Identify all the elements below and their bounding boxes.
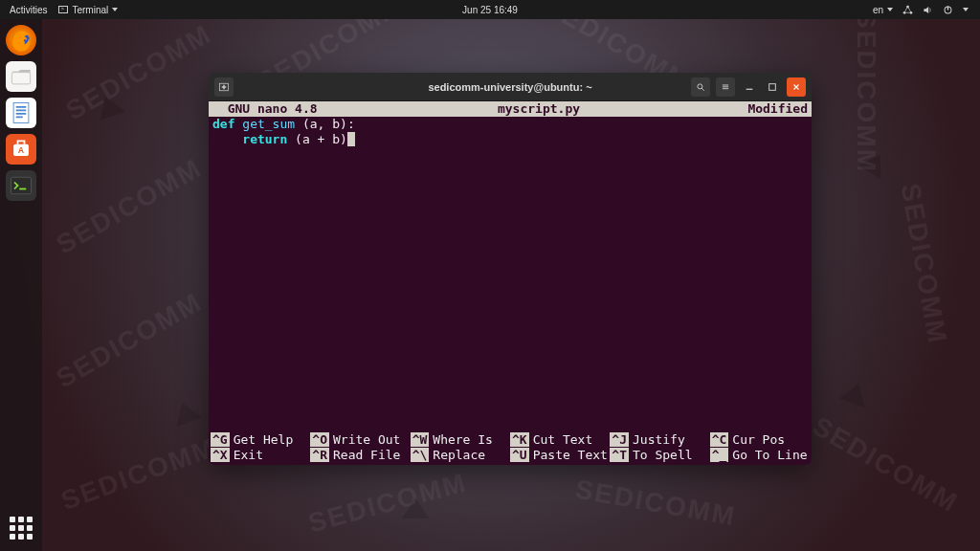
power-icon[interactable] bbox=[943, 5, 953, 15]
chevron-down-icon bbox=[887, 8, 893, 11]
lang-label: en bbox=[873, 5, 883, 15]
nano-filename: myscript.py bbox=[366, 101, 712, 117]
svg-rect-15 bbox=[11, 177, 32, 194]
window-titlebar[interactable]: sedicomm-university@ubuntu: ~ bbox=[209, 73, 812, 101]
svg-text:A: A bbox=[18, 145, 25, 155]
chevron-down-icon bbox=[963, 8, 969, 11]
svg-rect-21 bbox=[723, 84, 728, 85]
input-source-indicator[interactable]: en bbox=[873, 5, 893, 15]
volume-icon[interactable] bbox=[923, 5, 933, 15]
nano-text-area[interactable]: def get_sum (a, b): return (a + b) bbox=[209, 117, 812, 432]
firefox-launcher[interactable] bbox=[6, 25, 36, 55]
terminal-icon bbox=[58, 6, 68, 13]
search-button[interactable] bbox=[691, 77, 710, 97]
svg-rect-11 bbox=[16, 113, 27, 115]
software-launcher[interactable]: A bbox=[6, 134, 36, 165]
files-launcher[interactable] bbox=[6, 61, 36, 92]
network-icon[interactable] bbox=[902, 5, 913, 15]
nano-header: GNU nano 4.8 myscript.py Modified bbox=[209, 101, 812, 117]
svg-rect-7 bbox=[11, 73, 30, 84]
svg-rect-23 bbox=[723, 88, 728, 89]
svg-rect-12 bbox=[16, 117, 23, 119]
svg-rect-9 bbox=[16, 106, 27, 108]
terminal-launcher[interactable] bbox=[6, 170, 36, 201]
clock[interactable]: Jun 25 16:49 bbox=[462, 5, 518, 15]
svg-rect-24 bbox=[746, 88, 753, 89]
terminal-window: sedicomm-university@ubuntu: ~ GNU nano 4… bbox=[209, 73, 812, 465]
nano-shortcut-bar: ^GGet Help ^OWrite Out ^WWhere Is ^KCut … bbox=[209, 432, 812, 465]
nano-status: Modified bbox=[712, 101, 808, 117]
svg-point-20 bbox=[698, 83, 702, 88]
terminal-app-menu[interactable]: Terminal bbox=[58, 5, 118, 15]
new-tab-button[interactable] bbox=[214, 77, 234, 97]
window-title: sedicomm-university@ubuntu: ~ bbox=[428, 81, 591, 93]
datetime-label: Jun 25 16:49 bbox=[462, 5, 518, 15]
svg-rect-25 bbox=[769, 83, 776, 90]
minimize-button[interactable] bbox=[741, 78, 758, 96]
terminal-menu-label: Terminal bbox=[72, 5, 108, 15]
nano-editor[interactable]: GNU nano 4.8 myscript.py Modified def ge… bbox=[209, 101, 812, 465]
dock: A bbox=[0, 19, 42, 551]
show-applications-button[interactable] bbox=[10, 517, 33, 540]
svg-point-1 bbox=[903, 11, 906, 13]
svg-rect-4 bbox=[947, 6, 948, 10]
maximize-button[interactable] bbox=[764, 78, 781, 96]
hamburger-menu-button[interactable] bbox=[716, 77, 735, 97]
activities-label: Activities bbox=[10, 5, 47, 15]
svg-point-2 bbox=[910, 11, 913, 13]
svg-rect-22 bbox=[723, 86, 728, 87]
svg-rect-19 bbox=[222, 86, 227, 88]
svg-rect-10 bbox=[16, 110, 27, 112]
chevron-down-icon bbox=[112, 8, 118, 11]
document-launcher[interactable] bbox=[6, 98, 36, 128]
gnome-topbar: Activities Terminal Jun 25 16:49 en bbox=[0, 0, 980, 19]
activities-button[interactable]: Activities bbox=[10, 5, 47, 15]
close-button[interactable] bbox=[787, 77, 806, 97]
nano-version: GNU nano 4.8 bbox=[212, 101, 366, 117]
cursor bbox=[347, 132, 355, 146]
svg-rect-16 bbox=[19, 188, 26, 190]
